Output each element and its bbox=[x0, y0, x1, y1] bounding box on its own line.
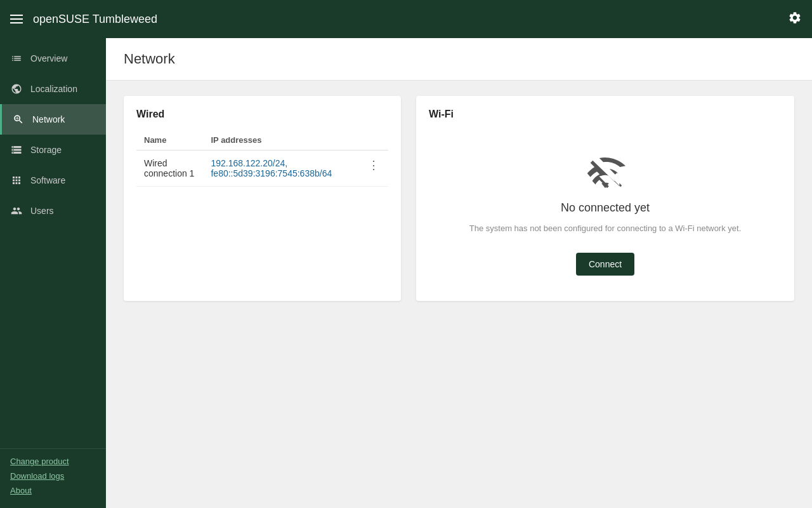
storage-icon bbox=[10, 144, 23, 156]
sidebar-item-software[interactable]: Software bbox=[0, 165, 106, 196]
wifi-card: Wi-Fi No connected yet The system has no… bbox=[416, 96, 794, 301]
page-header: Network bbox=[106, 38, 812, 81]
users-icon bbox=[10, 204, 23, 217]
wired-card-title: Wired bbox=[136, 109, 388, 120]
wifi-no-connection: No connected yet The system has not been… bbox=[429, 130, 782, 288]
wifi-no-conn-title: No connected yet bbox=[561, 201, 650, 215]
sidebar-item-network[interactable]: Network bbox=[0, 104, 106, 135]
software-icon bbox=[10, 174, 23, 187]
sidebar-footer: Change product Download logs About bbox=[0, 448, 106, 508]
sidebar-item-label: Localization bbox=[30, 84, 77, 94]
content-area: Wired Name IP addresses Wired connection… bbox=[106, 81, 812, 316]
sidebar-item-label: Users bbox=[30, 206, 54, 216]
sidebar-item-label: Network bbox=[32, 114, 65, 124]
sidebar-item-localization[interactable]: Localization bbox=[0, 74, 106, 104]
about-link[interactable]: About bbox=[10, 486, 96, 495]
layout: Overview Localization Network Storage bbox=[0, 38, 812, 508]
globe-icon bbox=[10, 83, 23, 95]
sidebar-nav: Overview Localization Network Storage bbox=[0, 38, 106, 448]
connect-button[interactable]: Connect bbox=[576, 253, 634, 276]
wired-connections-table: Name IP addresses Wired connection 1 192… bbox=[136, 130, 388, 187]
network-icon bbox=[12, 113, 25, 126]
change-product-link[interactable]: Change product bbox=[10, 457, 96, 466]
wired-card: Wired Name IP addresses Wired connection… bbox=[124, 96, 401, 301]
sidebar-item-label: Overview bbox=[30, 53, 67, 64]
sidebar-item-storage[interactable]: Storage bbox=[0, 135, 106, 165]
app-title: openSUSE Tumbleweed bbox=[33, 13, 157, 26]
wifi-no-conn-desc: The system has not been configured for c… bbox=[469, 222, 742, 235]
main-content: Network Wired Name IP addresses Wired co bbox=[106, 38, 812, 508]
sidebar-item-label: Storage bbox=[30, 145, 62, 155]
page-title: Network bbox=[124, 51, 794, 67]
sidebar-item-label: Software bbox=[30, 175, 65, 185]
sidebar: Overview Localization Network Storage bbox=[0, 38, 106, 508]
menu-button[interactable] bbox=[10, 15, 23, 23]
header: openSUSE Tumbleweed bbox=[0, 0, 812, 38]
wifi-disabled-icon bbox=[583, 149, 627, 194]
sidebar-item-overview[interactable]: Overview bbox=[0, 43, 106, 74]
sidebar-item-users[interactable]: Users bbox=[0, 196, 106, 226]
settings-icon[interactable] bbox=[788, 11, 802, 28]
wifi-card-title: Wi-Fi bbox=[429, 109, 782, 120]
header-left: openSUSE Tumbleweed bbox=[10, 13, 157, 26]
col-ip: IP addresses bbox=[203, 130, 360, 150]
download-logs-link[interactable]: Download logs bbox=[10, 471, 96, 481]
list-icon bbox=[10, 52, 23, 65]
col-name: Name bbox=[136, 130, 203, 150]
connection-ip: 192.168.122.20/24, fe80::5d39:3196:7545:… bbox=[203, 150, 360, 187]
connection-name: Wired connection 1 bbox=[136, 150, 203, 187]
connection-menu-button[interactable]: ⋮ bbox=[360, 150, 388, 187]
table-row: Wired connection 1 192.168.122.20/24, fe… bbox=[136, 150, 388, 187]
